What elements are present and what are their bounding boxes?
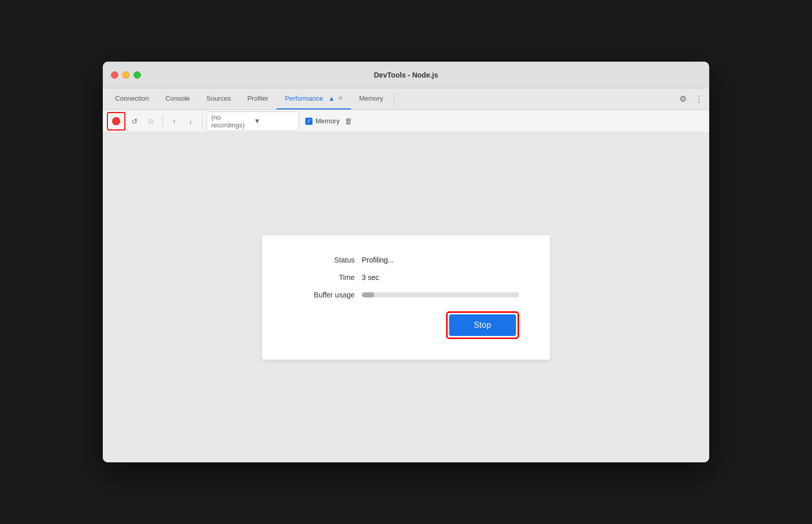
buffer-label: Buffer usage: [293, 291, 355, 299]
memory-checkbox[interactable]: ✓: [305, 118, 312, 125]
stop-button[interactable]: Stop: [449, 314, 516, 336]
close-button[interactable]: [111, 71, 118, 79]
stop-button-wrapper: Stop: [293, 311, 519, 339]
recordings-placeholder: (no recordings): [211, 114, 252, 129]
tab-console[interactable]: Console: [157, 88, 198, 109]
tab-sources[interactable]: Sources: [198, 88, 239, 109]
record-circle-icon: [112, 117, 120, 125]
toolbar-separator-2: [202, 115, 202, 127]
tab-performance[interactable]: Performance ▲ ✕: [276, 88, 350, 109]
toolbar-separator-1: [162, 115, 163, 127]
tabs-separator: [394, 92, 394, 105]
stop-recording-button[interactable]: ⊘: [144, 114, 158, 128]
traffic-lights: [111, 71, 141, 79]
dropdown-arrow-icon: ▼: [254, 117, 294, 125]
time-label: Time: [293, 273, 355, 282]
record-button-wrapper: [107, 112, 125, 130]
more-icon[interactable]: ⋮: [693, 92, 705, 106]
recordings-dropdown[interactable]: (no recordings) ▼: [207, 111, 299, 131]
main-content: Status Profiling... Time 3 sec Buffer us…: [103, 133, 709, 462]
devtools-window: DevTools - Node.js Connection Console So…: [103, 62, 709, 462]
tabs-actions: ⚙ ⋮: [677, 88, 709, 109]
memory-label: Memory: [316, 117, 340, 125]
download-button[interactable]: ↓: [183, 114, 198, 128]
profiling-card: Status Profiling... Time 3 sec Buffer us…: [262, 235, 550, 360]
tabs-bar: Connection Console Sources Profiler Perf…: [103, 88, 709, 110]
titlebar: DevTools - Node.js: [103, 62, 709, 88]
delete-button[interactable]: 🗑: [342, 114, 356, 128]
time-value: 3 sec: [362, 273, 379, 282]
upload-button[interactable]: ↑: [167, 114, 181, 128]
record-button[interactable]: [109, 114, 123, 128]
buffer-bar-fill: [362, 292, 374, 297]
tab-profiler[interactable]: Profiler: [239, 88, 276, 109]
settings-icon[interactable]: ⚙: [677, 92, 689, 106]
memory-checkbox-group: ✓ Memory: [305, 117, 340, 125]
buffer-bar: [362, 292, 519, 297]
tab-memory[interactable]: Memory: [351, 88, 392, 109]
time-row: Time 3 sec: [293, 273, 519, 282]
tab-close-icon[interactable]: ✕: [338, 96, 343, 101]
window-title: DevTools - Node.js: [374, 71, 438, 79]
buffer-row: Buffer usage: [293, 291, 519, 299]
status-row: Status Profiling...: [293, 256, 519, 264]
toolbar: ↺ ⊘ ↑ ↓ (no recordings) ▼ ✓ Memory 🗑: [103, 110, 709, 133]
stop-button-outer: Stop: [446, 311, 519, 339]
check-icon: ✓: [307, 118, 311, 124]
maximize-button[interactable]: [134, 71, 141, 79]
minimize-button[interactable]: [122, 71, 130, 79]
status-value: Profiling...: [362, 256, 394, 264]
tab-connection[interactable]: Connection: [107, 88, 157, 109]
reload-button[interactable]: ↺: [127, 114, 142, 128]
status-label: Status: [293, 256, 355, 264]
